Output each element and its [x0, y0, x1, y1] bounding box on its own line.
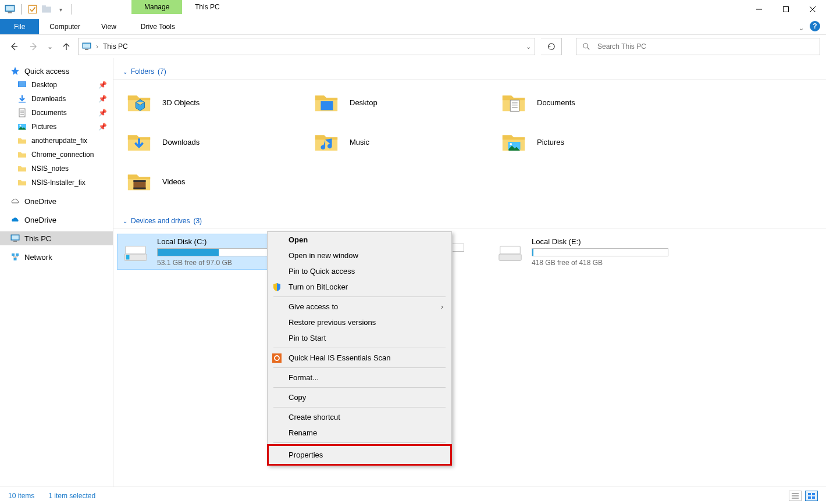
drive-usage-bar [532, 248, 668, 256]
sidebar-item-label: Pictures [31, 123, 56, 131]
ctx-quickheal[interactable]: Quick Heal IS Essentials Scan [268, 350, 451, 366]
sidebar-item-pictures[interactable]: Pictures 📌 [0, 120, 113, 134]
folder-label: 3D Objects [162, 98, 200, 107]
folder-label: Desktop [350, 98, 378, 107]
drive-icon [122, 238, 149, 266]
sidebar-item-documents[interactable]: Documents 📌 [0, 106, 113, 120]
properties-icon[interactable] [27, 4, 38, 15]
sidebar-item-folder[interactable]: Chrome_connection [0, 148, 113, 162]
address-dropdown-icon[interactable]: ⌄ [526, 43, 531, 51]
address-bar[interactable]: › This PC ⌄ [78, 38, 535, 55]
ctx-restore-previous[interactable]: Restore previous versions [268, 314, 451, 330]
quickheal-icon [272, 353, 282, 363]
dropdown-icon[interactable]: ▾ [55, 4, 66, 15]
folder-videos[interactable]: Videos [125, 163, 305, 199]
folders-grid: 3D Objects Desktop Documents Downloads M… [113, 84, 826, 199]
sidebar-onedrive[interactable]: OneDrive [0, 194, 113, 208]
sidebar-this-pc[interactable]: This PC [0, 231, 113, 245]
ctx-rename[interactable]: Rename [268, 425, 451, 441]
ctx-label: Pin to Quick access [289, 267, 355, 276]
ribbon-tab-drive-tools[interactable]: Drive Tools [130, 19, 186, 34]
titlebar: ▾ Manage This PC [0, 0, 826, 19]
sidebar-item-label: Chrome_connection [31, 151, 94, 159]
separator [273, 407, 446, 408]
svg-rect-28 [13, 241, 17, 242]
folder-label: Documents [537, 98, 575, 107]
ctx-pin-quick-access[interactable]: Pin to Quick access [268, 263, 451, 279]
sidebar-network[interactable]: Network [0, 250, 113, 264]
address-bar-location[interactable]: This PC [103, 42, 128, 51]
folder-desktop[interactable]: Desktop [312, 84, 493, 120]
help-icon[interactable]: ? [810, 21, 820, 31]
svg-rect-13 [83, 44, 90, 48]
context-menu: Open Open in new window Pin to Quick acc… [267, 231, 452, 466]
ctx-bitlocker[interactable]: Turn on BitLocker [268, 279, 451, 295]
sidebar-item-label: OneDrive [24, 216, 56, 224]
ctx-label: Restore previous versions [289, 318, 376, 327]
view-large-icons-button[interactable] [805, 491, 818, 501]
svg-point-38 [510, 143, 512, 145]
drive-local-e[interactable]: Local Disk (E:) 418 GB free of 418 GB [492, 234, 672, 270]
new-folder-icon[interactable] [41, 4, 52, 15]
svg-rect-33 [510, 100, 519, 111]
svg-rect-47 [272, 353, 282, 363]
svg-rect-18 [19, 82, 26, 87]
ctx-create-shortcut[interactable]: Create shortcut [268, 409, 451, 425]
view-details-button[interactable] [789, 491, 802, 501]
folder-3d-objects[interactable]: 3D Objects [125, 84, 305, 120]
sidebar-item-label: This PC [24, 234, 51, 243]
sidebar-item-folder[interactable]: NSIS_notes [0, 162, 113, 176]
ctx-pin-start[interactable]: Pin to Start [268, 330, 451, 346]
minimize-button[interactable] [746, 0, 772, 19]
ribbon-context-tab[interactable]: Manage [131, 0, 182, 14]
ctx-give-access[interactable]: Give access to› [268, 299, 451, 314]
sidebar-item-folder[interactable]: NSIS-Installer_fix [0, 176, 113, 190]
sidebar-onedrive[interactable]: OneDrive [0, 213, 113, 227]
sidebar-item-label: Downloads [31, 95, 66, 103]
chevron-down-icon: ⌄ [123, 218, 127, 224]
ctx-label: Pin to Start [289, 334, 326, 342]
sidebar-item-label: OneDrive [24, 197, 56, 206]
ribbon-tab-view[interactable]: View [91, 19, 127, 34]
history-dropdown[interactable]: ⌄ [45, 38, 55, 55]
ctx-open[interactable]: Open [268, 232, 451, 248]
forward-button[interactable] [26, 38, 42, 55]
maximize-button[interactable] [772, 0, 799, 19]
svg-rect-32 [321, 101, 333, 110]
sidebar-item-folder[interactable]: anotherupdate_fix [0, 134, 113, 148]
ctx-open-new-window[interactable]: Open in new window [268, 248, 451, 263]
sidebar-item-desktop[interactable]: Desktop 📌 [0, 78, 113, 92]
sidebar-quick-access[interactable]: Quick access [0, 64, 113, 78]
up-button[interactable] [58, 38, 74, 55]
ribbon-tab-computer[interactable]: Computer [39, 19, 91, 34]
search-box[interactable] [576, 38, 820, 55]
close-button[interactable] [799, 0, 826, 19]
ctx-label: Rename [289, 428, 317, 437]
separator [72, 4, 72, 15]
svg-rect-41 [133, 188, 145, 190]
refresh-button[interactable] [541, 38, 562, 55]
svg-rect-19 [19, 102, 26, 103]
sidebar: Quick access Desktop 📌 Downloads 📌 Docum… [0, 58, 113, 487]
ctx-copy[interactable]: Copy [268, 389, 451, 405]
chevron-right-icon[interactable]: › [96, 42, 98, 51]
section-count: (7) [158, 67, 166, 76]
this-pc-icon [82, 42, 91, 51]
ribbon-collapse-icon[interactable]: ⌄ [799, 24, 804, 32]
separator [273, 442, 446, 443]
folder-pictures[interactable]: Pictures [500, 124, 680, 160]
back-button[interactable] [6, 38, 22, 55]
folder-downloads[interactable]: Downloads [125, 124, 305, 160]
folder-documents[interactable]: Documents [500, 84, 680, 120]
sidebar-item-downloads[interactable]: Downloads 📌 [0, 92, 113, 106]
folder-label: Pictures [537, 138, 564, 146]
chevron-down-icon: ⌄ [123, 69, 127, 75]
ctx-format[interactable]: Format... [268, 370, 451, 385]
svg-rect-5 [42, 5, 46, 7]
ctx-properties[interactable]: Properties [268, 445, 451, 465]
folder-music[interactable]: Music [312, 124, 493, 160]
ribbon-tab-file[interactable]: File [0, 19, 39, 34]
search-input[interactable] [597, 42, 814, 51]
section-header-folders[interactable]: ⌄ Folders (7) [113, 64, 826, 80]
section-header-devices[interactable]: ⌄ Devices and drives (3) [113, 213, 826, 229]
